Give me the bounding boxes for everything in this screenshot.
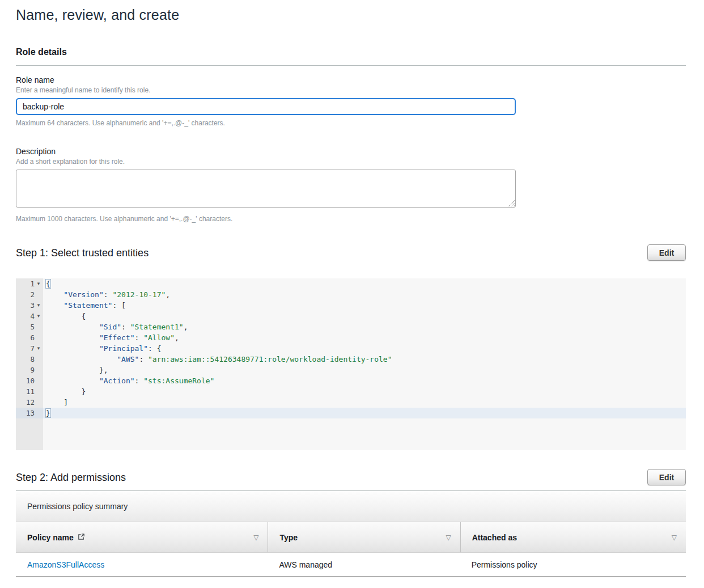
- step1-edit-button[interactable]: Edit: [647, 244, 686, 261]
- editor-line[interactable]: 1▾{: [16, 278, 686, 289]
- resize-handle-icon[interactable]: [508, 200, 515, 206]
- line-number: 7▾: [16, 343, 43, 354]
- fold-arrow-icon[interactable]: ▾: [35, 311, 42, 322]
- editor-code-text[interactable]: {: [43, 311, 686, 322]
- column-header-type: Type ▽: [268, 522, 460, 552]
- editor-line[interactable]: 11 }: [16, 386, 686, 397]
- editor-line[interactable]: 10 "Action": "sts:AssumeRole": [16, 375, 686, 386]
- step1-heading: Step 1: Select trusted entities: [16, 244, 149, 259]
- editor-line[interactable]: 2 "Version": "2012-10-17",: [16, 289, 686, 300]
- column-sort-icon[interactable]: ▽: [253, 534, 258, 542]
- step1-header: Step 1: Select trusted entities Edit: [16, 244, 686, 261]
- step2-header: Step 2: Add permissions Edit: [16, 469, 686, 485]
- line-number: 2: [16, 289, 43, 300]
- editor-line[interactable]: 4▾ {: [16, 311, 686, 322]
- line-number: 11: [16, 386, 43, 397]
- fold-arrow-icon[interactable]: ▾: [35, 343, 42, 354]
- role-name-help: Enter a meaningful name to identify this…: [16, 86, 686, 94]
- description-textarea[interactable]: [16, 170, 516, 208]
- editor-empty-code[interactable]: [43, 418, 686, 450]
- gutter-area: [16, 418, 43, 450]
- editor-line[interactable]: 8 "AWS": "arn:aws:iam::541263489771:role…: [16, 354, 686, 365]
- line-number: 1▾: [16, 278, 43, 289]
- page-title: Name, review, and create: [16, 7, 686, 23]
- role-name-field: Role name Enter a meaningful name to ide…: [16, 75, 686, 127]
- editor-line[interactable]: 12 ]: [16, 397, 686, 408]
- line-number: 3▾: [16, 300, 43, 311]
- description-label: Description: [16, 147, 686, 156]
- line-number: 9: [16, 365, 43, 375]
- policy-name-cell: AmazonS3FullAccess: [16, 553, 268, 576]
- text-cursor: [50, 408, 51, 417]
- line-number: 13: [16, 408, 43, 418]
- external-link-icon: [78, 533, 85, 542]
- role-review-page: Name, review, and create Role details Ro…: [0, 0, 704, 588]
- editor-code-text[interactable]: "Version": "2012-10-17",: [43, 289, 686, 300]
- description-help: Add a short explanation for this role.: [16, 158, 686, 166]
- description-field: Description Add a short explanation for …: [16, 147, 686, 223]
- column-sort-icon[interactable]: ▽: [446, 534, 451, 542]
- table-header-row: Policy name ▽ Type ▽ Attached: [16, 522, 686, 553]
- fold-arrow-icon[interactable]: ▾: [35, 300, 42, 311]
- line-number: 6: [16, 332, 43, 343]
- editor-code-text[interactable]: },: [43, 365, 686, 375]
- editor-code-text[interactable]: "Action": "sts:AssumeRole": [43, 375, 686, 386]
- editor-code-text[interactable]: }: [43, 408, 686, 418]
- trust-policy-json-editor[interactable]: 1▾{2 "Version": "2012-10-17",3▾ "Stateme…: [16, 278, 686, 450]
- attached-as-cell: Permissions policy: [460, 553, 686, 576]
- editor-line[interactable]: 3▾ "Statement": [: [16, 300, 686, 311]
- role-name-constraint: Maximum 64 characters. Use alphanumeric …: [16, 119, 686, 127]
- editor-code-text[interactable]: ]: [43, 397, 686, 408]
- policy-type-cell: AWS managed: [268, 553, 460, 576]
- section-divider: [16, 65, 686, 66]
- editor-code-text[interactable]: "Effect": "Allow",: [43, 332, 686, 343]
- step2-edit-button[interactable]: Edit: [647, 469, 686, 485]
- line-number: 4▾: [16, 311, 43, 322]
- column-label: Attached as: [472, 533, 517, 542]
- editor-code-text[interactable]: "AWS": "arn:aws:iam::541263489771:role/w…: [43, 354, 686, 365]
- line-number: 10: [16, 375, 43, 386]
- role-name-label: Role name: [16, 75, 686, 84]
- editor-code-text[interactable]: {: [43, 278, 686, 289]
- description-constraint: Maximum 1000 characters. Use alphanumeri…: [16, 215, 686, 223]
- line-number: 12: [16, 397, 43, 408]
- column-header-policy-name: Policy name ▽: [16, 522, 268, 552]
- editor-code-text[interactable]: }: [43, 386, 686, 397]
- permissions-table: Policy name ▽ Type ▽ Attached: [16, 522, 686, 577]
- editor-line[interactable]: 13}: [16, 408, 686, 418]
- editor-line[interactable]: 5 "Sid": "Statement1",: [16, 322, 686, 332]
- line-number: 8: [16, 354, 43, 365]
- step2-heading: Step 2: Add permissions: [16, 469, 126, 484]
- permissions-policy-summary-panel: Permissions policy summary: [16, 491, 686, 522]
- column-label: Type: [279, 533, 298, 542]
- role-name-input[interactable]: [16, 98, 516, 115]
- editor-line[interactable]: 9 },: [16, 365, 686, 375]
- editor-code-text[interactable]: "Sid": "Statement1",: [43, 322, 686, 332]
- editor-code-text[interactable]: "Principal": {: [43, 343, 686, 354]
- fold-arrow-icon[interactable]: ▾: [35, 278, 42, 289]
- policy-link[interactable]: AmazonS3FullAccess: [27, 560, 104, 569]
- editor-line[interactable]: 6 "Effect": "Allow",: [16, 332, 686, 343]
- editor-code-text[interactable]: "Statement": [: [43, 300, 686, 311]
- column-header-attached-as: Attached as ▽: [460, 522, 686, 552]
- column-sort-icon[interactable]: ▽: [672, 534, 677, 542]
- line-number: 5: [16, 322, 43, 332]
- role-details-heading: Role details: [16, 47, 686, 57]
- table-row: AmazonS3FullAccess AWS managed Permissio…: [16, 553, 686, 577]
- editor-empty-area[interactable]: [16, 418, 686, 450]
- editor-line[interactable]: 7▾ "Principal": {: [16, 343, 686, 354]
- panel-title: Permissions policy summary: [27, 502, 128, 511]
- column-label: Policy name: [27, 533, 74, 542]
